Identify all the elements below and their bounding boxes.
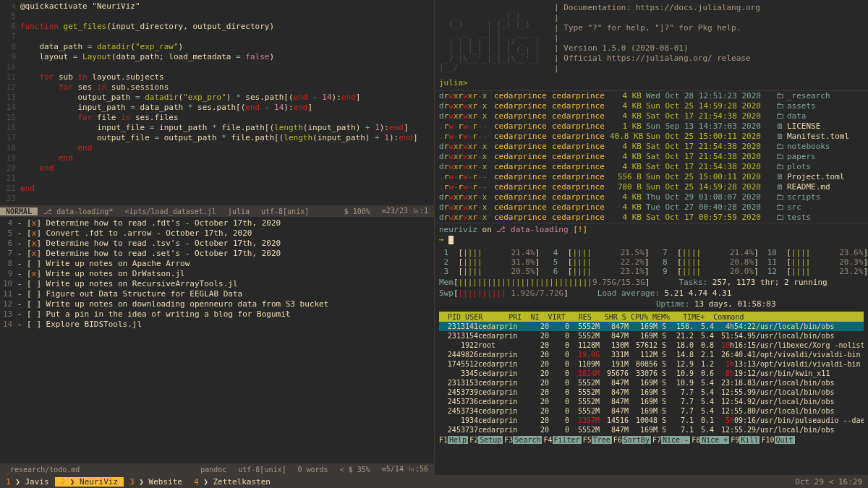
- tmux-tab[interactable]: 2 ❯ NeuriViz: [55, 477, 124, 487]
- ls-row[interactable]: .rw-rw-r--cedarprincecedarprince556 BSun…: [439, 172, 864, 182]
- ls-row[interactable]: drwxrwxr-xcedarprincecedarprince4 KBSat …: [439, 152, 864, 162]
- right-column: _ _ _ _(_)_ (_) | (_) (_) _ _ _| |_ __ _…: [435, 0, 868, 475]
- julia-repl[interactable]: _ _ _ _(_)_ (_) | (_) (_) _ _ _| |_ __ _…: [435, 0, 868, 90]
- code-editor[interactable]: 4@quickactivate "NeuriViz"56function get…: [0, 0, 434, 205]
- ls-row[interactable]: drwxrwxr-xcedarprincecedarprince4 KBSun …: [439, 101, 864, 111]
- todo-editor[interactable]: 4 - [x] Determine how to read .fdt's - O…: [0, 217, 434, 463]
- tmux-tab[interactable]: 1 ❯ Javis: [0, 477, 55, 487]
- ls-row[interactable]: .rw-rw-r--cedarprincecedarprince780 BSun…: [439, 182, 864, 192]
- ls-row[interactable]: .rw-rw-r--cedarprincecedarprince40.8 KBS…: [439, 132, 864, 142]
- htop-header[interactable]: PID USER PRI NI VIRT RES SHR S CPU% MEM%…: [439, 312, 864, 322]
- cursor-icon: [448, 236, 454, 244]
- process-list[interactable]: 2313141 cedarprin200 5552M 847M 169M S 1…: [439, 322, 864, 435]
- modeline-bottom: _research/todo.md pandoc utf-8[unix] 0 w…: [0, 463, 434, 475]
- clock: Oct 29 < 16:29: [795, 477, 868, 487]
- ls-row[interactable]: .rw-rw-r--cedarprincecedarprince1 KBSun …: [439, 121, 864, 132]
- tmux-statusbar[interactable]: 1 ❯ Javis2 ❯ NeuriViz3 ❯ Website4 ❯ Zett…: [0, 475, 868, 488]
- ls-row[interactable]: drwxrwxr-xcedarprincecedarprince4 KBWed …: [439, 91, 864, 101]
- julia-logo-ascii: _ _ _ _(_)_ (_) | (_) (_) _ _ _| |_ __ _…: [439, 3, 540, 74]
- file-listing[interactable]: drwxrwxr-xcedarprincecedarprince4 KBWed …: [435, 90, 868, 223]
- ls-row[interactable]: drwxrwxr-xcedarprincecedarprince4 KBSat …: [439, 142, 864, 152]
- julia-prompt[interactable]: julia>: [439, 78, 864, 87]
- tmux-tab[interactable]: 4 ❯ Zettelkasten: [188, 477, 276, 487]
- ls-row[interactable]: drwxrwxr-xcedarprincecedarprince4 KBThu …: [439, 192, 864, 202]
- ls-row[interactable]: drwxrwxr-xcedarprincecedarprince4 KBSat …: [439, 213, 864, 223]
- repl-info: | Documentation: https://docs.julialang.…: [554, 3, 760, 74]
- tmux-tab[interactable]: 3 ❯ Website: [124, 477, 188, 487]
- modeline-top: NORMAL ⎇ data-loading* <ipts/load_datase…: [0, 205, 434, 217]
- left-column: 4@quickactivate "NeuriViz"56function get…: [0, 0, 435, 475]
- shell-prompt[interactable]: neuriviz on ⎇ data-loading [!] →: [435, 223, 868, 247]
- htop-pane[interactable]: 1 [|||| 21.4%] 2 [|||| 31.8%] 3 [|||| 20…: [435, 247, 868, 475]
- vim-mode: NORMAL: [0, 207, 38, 215]
- ls-row[interactable]: drwxrwxr-xcedarprincecedarprince4 KBSat …: [439, 111, 864, 121]
- ls-row[interactable]: drwxrwxr-xcedarprincecedarprince4 KBSat …: [439, 162, 864, 172]
- htop-function-keys[interactable]: F1HelpF2SetupF3SearchF4FilterF5TreeF6Sor…: [439, 435, 864, 445]
- ls-row[interactable]: drwxrwxr-xcedarprincecedarprince4 KBTue …: [439, 202, 864, 213]
